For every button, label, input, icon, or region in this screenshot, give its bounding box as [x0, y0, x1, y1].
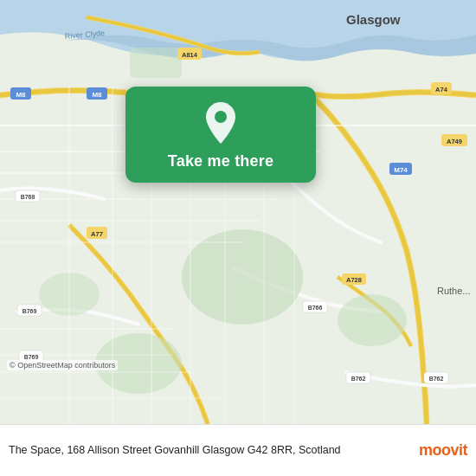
- svg-text:A814: A814: [182, 51, 198, 59]
- svg-text:B769: B769: [23, 308, 37, 314]
- svg-text:B762: B762: [429, 376, 444, 382]
- moovit-logo: moovit: [412, 441, 467, 460]
- svg-point-2: [182, 229, 303, 325]
- address-text: The Space, 168 Allison Street Govanhill …: [9, 443, 412, 459]
- svg-point-56: [215, 111, 227, 123]
- take-me-there-button-label: Take me there: [168, 152, 273, 170]
- svg-text:B762: B762: [351, 376, 366, 382]
- moovit-logo-text: moovit: [419, 441, 467, 460]
- svg-text:A74: A74: [435, 86, 448, 93]
- svg-text:M8: M8: [92, 91, 102, 99]
- svg-text:Ruthe...: Ruthe...: [437, 286, 471, 296]
- osm-credit: © OpenStreetMap contributors: [7, 360, 118, 370]
- svg-point-4: [338, 294, 407, 346]
- location-pin-icon: [202, 100, 240, 145]
- bottom-bar: The Space, 168 Allison Street Govanhill …: [0, 424, 476, 476]
- svg-text:B768: B768: [21, 194, 35, 200]
- svg-rect-6: [130, 48, 182, 78]
- take-me-there-card[interactable]: Take me there: [125, 87, 316, 183]
- svg-text:A749: A749: [447, 138, 462, 145]
- svg-text:B769: B769: [24, 354, 39, 360]
- svg-text:M74: M74: [394, 166, 408, 174]
- map-container: River Clyde: [0, 0, 476, 424]
- svg-text:M8: M8: [16, 91, 26, 99]
- svg-text:Glasgow: Glasgow: [346, 12, 401, 27]
- svg-text:B766: B766: [308, 305, 323, 311]
- svg-text:A77: A77: [91, 230, 103, 238]
- location-icon-wrap: [200, 102, 241, 144]
- svg-text:A728: A728: [346, 276, 362, 284]
